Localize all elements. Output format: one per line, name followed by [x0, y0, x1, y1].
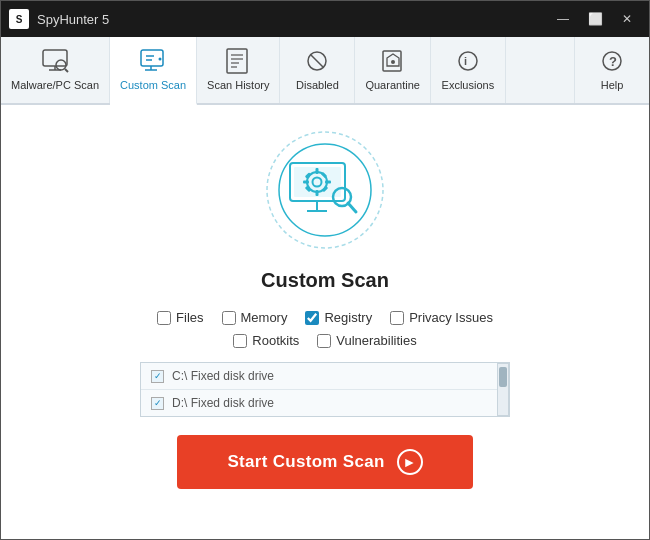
- scan-history-icon: [222, 47, 254, 75]
- nav-custom-scan[interactable]: Custom Scan: [110, 37, 197, 105]
- start-button-label: Start Custom Scan: [227, 452, 384, 472]
- drive-c-check: ✓: [151, 370, 164, 383]
- option-files[interactable]: Files: [157, 310, 203, 325]
- window-controls: — ⬜ ✕: [549, 9, 641, 29]
- nav-malware-pc-scan[interactable]: Malware/PC Scan: [1, 37, 110, 103]
- files-label: Files: [176, 310, 203, 325]
- content-area: Custom Scan Files Memory Registry P: [1, 105, 649, 539]
- svg-line-4: [65, 69, 68, 72]
- drive-c-label: C:\ Fixed disk drive: [172, 369, 274, 383]
- scroll-thumb: [499, 367, 507, 387]
- memory-checkbox[interactable]: [222, 311, 236, 325]
- options-row-2: Rootkits Vulnerabilities: [233, 333, 416, 348]
- nav-help-label: Help: [601, 79, 624, 92]
- app-logo: S: [9, 9, 29, 29]
- svg-rect-34: [303, 181, 309, 184]
- nav-quarantine[interactable]: Quarantine: [355, 37, 430, 103]
- options-row-1: Files Memory Registry Privacy Issues: [157, 310, 493, 325]
- svg-point-20: [459, 52, 477, 70]
- svg-rect-32: [316, 168, 319, 174]
- option-registry[interactable]: Registry: [305, 310, 372, 325]
- scan-options: Files Memory Registry Privacy Issues: [31, 310, 619, 348]
- start-arrow-icon: ►: [397, 449, 423, 475]
- privacy-issues-checkbox[interactable]: [390, 311, 404, 325]
- svg-rect-0: [43, 50, 67, 66]
- vulnerabilities-label: Vulnerabilities: [336, 333, 416, 348]
- nav-disabled[interactable]: Disabled: [280, 37, 355, 103]
- app-title: SpyHunter 5: [37, 12, 549, 27]
- svg-point-3: [56, 60, 66, 70]
- rootkits-checkbox[interactable]: [233, 334, 247, 348]
- option-rootkits[interactable]: Rootkits: [233, 333, 299, 348]
- svg-text:i: i: [464, 55, 467, 67]
- close-button[interactable]: ✕: [613, 9, 641, 29]
- svg-rect-11: [227, 49, 247, 73]
- svg-point-6: [159, 58, 162, 61]
- option-vulnerabilities[interactable]: Vulnerabilities: [317, 333, 416, 348]
- svg-text:?: ?: [609, 54, 617, 69]
- vulnerabilities-checkbox[interactable]: [317, 334, 331, 348]
- rootkits-label: Rootkits: [252, 333, 299, 348]
- minimize-button[interactable]: —: [549, 9, 577, 29]
- nav-quarantine-label: Quarantine: [365, 79, 419, 92]
- page-title: Custom Scan: [261, 269, 389, 292]
- scan-illustration: [260, 125, 390, 255]
- nav-malware-label: Malware/PC Scan: [11, 79, 99, 92]
- nav-history-label: Scan History: [207, 79, 269, 92]
- svg-rect-35: [325, 181, 331, 184]
- option-privacy-issues[interactable]: Privacy Issues: [390, 310, 493, 325]
- titlebar: S SpyHunter 5 — ⬜ ✕: [1, 1, 649, 37]
- svg-point-19: [391, 60, 395, 64]
- svg-rect-33: [316, 190, 319, 196]
- disabled-icon: [301, 47, 333, 75]
- navbar: Malware/PC Scan Custom Scan: [1, 37, 649, 105]
- main-window: S SpyHunter 5 — ⬜ ✕ Malware/PC Scan: [0, 0, 650, 540]
- nav-disabled-label: Disabled: [296, 79, 339, 92]
- nav-help[interactable]: ? Help: [574, 37, 649, 103]
- scrollbar[interactable]: [497, 363, 509, 416]
- memory-label: Memory: [241, 310, 288, 325]
- maximize-button[interactable]: ⬜: [581, 9, 609, 29]
- nav-scan-history[interactable]: Scan History: [197, 37, 280, 103]
- privacy-issues-label: Privacy Issues: [409, 310, 493, 325]
- quarantine-icon: [377, 47, 409, 75]
- files-checkbox[interactable]: [157, 311, 171, 325]
- drives-list: ✓ C:\ Fixed disk drive ✓ D:\ Fixed disk …: [141, 363, 497, 416]
- svg-line-17: [311, 55, 323, 67]
- option-memory[interactable]: Memory: [222, 310, 288, 325]
- malware-scan-icon: [39, 47, 71, 75]
- custom-scan-icon: [137, 47, 169, 75]
- exclusions-icon: i: [452, 47, 484, 75]
- drive-d[interactable]: ✓ D:\ Fixed disk drive: [141, 390, 497, 416]
- drives-container: ✓ C:\ Fixed disk drive ✓ D:\ Fixed disk …: [140, 362, 510, 417]
- svg-line-41: [348, 203, 356, 212]
- registry-label: Registry: [324, 310, 372, 325]
- nav-exclusions[interactable]: i Exclusions: [431, 37, 506, 103]
- registry-checkbox[interactable]: [305, 311, 319, 325]
- nav-exclusions-label: Exclusions: [442, 79, 495, 92]
- drive-d-label: D:\ Fixed disk drive: [172, 396, 274, 410]
- drive-d-check: ✓: [151, 397, 164, 410]
- start-custom-scan-button[interactable]: Start Custom Scan ►: [177, 435, 472, 489]
- nav-custom-label: Custom Scan: [120, 79, 186, 92]
- drive-c[interactable]: ✓ C:\ Fixed disk drive: [141, 363, 497, 390]
- help-icon: ?: [596, 47, 628, 75]
